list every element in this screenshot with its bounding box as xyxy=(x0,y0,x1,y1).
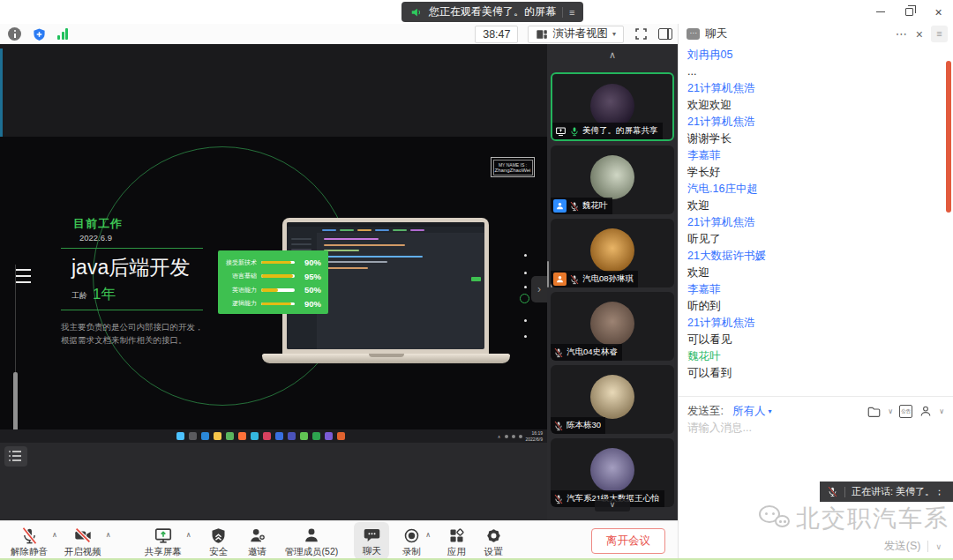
file-caret[interactable]: ∨ xyxy=(888,407,893,415)
skill-label: 语言基础 xyxy=(223,272,257,280)
chat-input[interactable] xyxy=(687,421,943,474)
apps-button[interactable]: 应用 xyxy=(445,523,468,558)
taskbar-app-icons xyxy=(176,432,345,440)
participant-name: 魏花叶 xyxy=(582,200,608,212)
unmute-button[interactable]: 解除静音 xyxy=(9,523,49,558)
restore-button[interactable] xyxy=(895,0,924,24)
participant-tile[interactable]: 陈本栋30 xyxy=(551,365,674,434)
tenure-label: 工龄 xyxy=(71,290,87,304)
manage-members-button[interactable]: 管理成员(52) xyxy=(283,523,341,558)
skill-label: 接受新技术 xyxy=(223,258,257,267)
chat-sender: 21计算机焦浩 xyxy=(687,315,936,332)
slide-next-tab: › xyxy=(531,276,547,302)
chat-message: 听见了 xyxy=(687,231,936,248)
participant-tile[interactable]: 汽车系21级大数据王心怡 xyxy=(551,438,674,507)
minimize-button[interactable] xyxy=(866,0,895,24)
chat-sender: 刘冉冉05 xyxy=(687,47,936,63)
skill-percent: 90% xyxy=(299,299,321,309)
participant-tile[interactable]: 魏花叶 xyxy=(551,146,674,214)
participant-tile[interactable]: 汽电04史林睿 xyxy=(551,292,674,361)
chat-sender: 21大数据许书媛 xyxy=(687,248,936,265)
slide-nav-current xyxy=(520,294,529,303)
security-button[interactable]: 安全 xyxy=(207,523,230,558)
participant-name: 美俜了。的屏幕共享 xyxy=(582,125,658,137)
leave-meeting-button[interactable]: 离开会议 xyxy=(591,528,665,554)
meeting-info-icon[interactable] xyxy=(8,27,21,41)
send-button-group: 发送(S) ∨ xyxy=(884,539,942,554)
chat-sender: 21计算机焦浩 xyxy=(687,114,936,131)
send-button[interactable]: 发送(S) xyxy=(884,539,921,554)
start-video-button[interactable]: 开启视频 xyxy=(63,523,103,558)
participant-tile-screen-share[interactable]: 美俜了。的屏幕共享 xyxy=(551,72,674,141)
security-shield-icon[interactable] xyxy=(33,27,46,41)
chat-header: ⋯ 聊天 ⋯ × ≡ xyxy=(679,24,953,44)
share-options-chevron[interactable]: ∧ xyxy=(186,531,191,539)
mic-options-chevron[interactable]: ∧ xyxy=(52,531,57,539)
chat-bubble-icon xyxy=(362,525,381,544)
skill-bar xyxy=(261,261,295,265)
settings-button[interactable]: 设置 xyxy=(482,523,505,558)
toast-divider xyxy=(844,487,845,497)
slide-job-title: java后端开发 xyxy=(71,254,190,281)
slide-menu-icon xyxy=(15,269,31,287)
chat-scrollbar[interactable] xyxy=(946,61,951,213)
presenter-name-badge: MY NAME IS : ZhangZhaoWei xyxy=(491,157,535,177)
taskbar-clock: 16:19 2022/6/9 xyxy=(526,430,543,442)
private-chat-person-icon[interactable] xyxy=(919,404,933,418)
panel-menu-icon[interactable]: ≡ xyxy=(931,26,948,42)
chat-close-button[interactable]: × xyxy=(916,27,923,41)
person-caret[interactable]: ∨ xyxy=(939,407,944,415)
record-options-chevron[interactable]: ∧ xyxy=(425,531,431,539)
fullscreen-icon[interactable] xyxy=(634,26,649,41)
participant-name: 陈本栋30 xyxy=(567,420,601,431)
slide-date: 2022.6.9 xyxy=(79,233,112,243)
outline-list-icon[interactable] xyxy=(4,446,27,467)
side-by-side-icon[interactable] xyxy=(658,28,672,40)
avatar xyxy=(590,228,634,273)
mic-muted-icon xyxy=(569,274,580,285)
screen-share-icon xyxy=(555,125,567,138)
participant-tile[interactable]: 汽电08孙琳琪 xyxy=(551,219,674,287)
watching-share-banner[interactable]: 您正在观看美俜了。的屏幕 ≡ xyxy=(401,2,583,22)
invite-button[interactable]: 邀请 xyxy=(246,523,269,558)
filmstrip-collapse-chevron[interactable]: ∧ xyxy=(547,49,678,61)
minimize-icon xyxy=(876,11,885,13)
skill-label: 英语能力 xyxy=(223,286,257,295)
watching-share-text: 您正在观看美俜了。的屏幕 xyxy=(429,4,556,19)
watermark-text: 北交职汽车系 xyxy=(796,503,949,534)
filmstrip-scroll-down-chevron[interactable]: ∨ xyxy=(595,499,630,511)
chat-message: ... xyxy=(687,63,936,80)
chat-message: 可以看到 xyxy=(687,365,936,382)
participant-name: 汽电04史林睿 xyxy=(567,347,618,358)
skill-bar xyxy=(261,274,295,278)
view-mode-button[interactable]: 演讲者视图 ▾ xyxy=(528,26,624,43)
network-signal-icon[interactable] xyxy=(57,28,68,40)
meeting-status-bar: 38:47 演讲者视图 ▾ xyxy=(0,24,678,44)
avatar xyxy=(590,84,634,128)
title-bar: 您正在观看美俜了。的屏幕 ≡ × xyxy=(0,0,953,24)
meeting-window: 您正在观看美俜了。的屏幕 ≡ × 38:47 xyxy=(0,0,953,560)
file-folder-icon[interactable] xyxy=(867,405,882,418)
send-to-dropdown[interactable]: 所有人 ▾ xyxy=(732,404,772,419)
chat-message: 谢谢学长 xyxy=(687,131,936,147)
slide-section-title: 目前工作 xyxy=(73,216,123,232)
banner-menu-icon[interactable]: ≡ xyxy=(569,7,574,18)
video-options-chevron[interactable]: ∧ xyxy=(106,531,111,539)
chat-panel-title: 聊天 xyxy=(705,26,727,41)
skill-row: 逻辑能力 90% xyxy=(223,298,321,310)
announcement-icon[interactable]: 公告 xyxy=(899,405,912,418)
skill-bar xyxy=(261,302,295,306)
skill-row: 英语能力 50% xyxy=(223,284,321,295)
pill-divider xyxy=(562,7,563,18)
chat-more-button[interactable]: ⋯ xyxy=(896,27,908,41)
share-screen-button[interactable]: 共享屏幕 xyxy=(143,523,184,558)
chat-button[interactable]: 聊天 xyxy=(354,522,389,559)
record-button[interactable]: 录制 xyxy=(400,523,423,558)
send-options-caret[interactable]: ∨ xyxy=(935,542,942,551)
send-to-caret: ▾ xyxy=(768,407,771,415)
skill-percent: 95% xyxy=(299,272,321,281)
apps-grid-icon xyxy=(446,526,466,545)
chat-sender: 汽电.16庄中超 xyxy=(687,181,936,198)
record-icon xyxy=(401,526,421,545)
close-button[interactable]: × xyxy=(924,0,953,24)
